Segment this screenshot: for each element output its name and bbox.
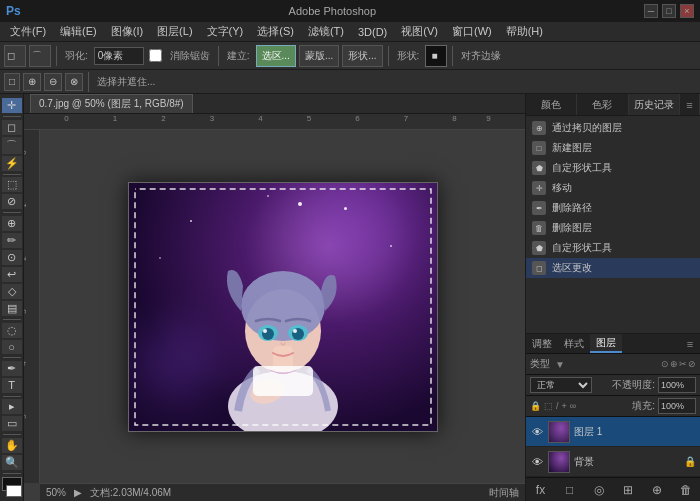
blend-mode-select[interactable]: 正常 溶解 正片叠底 <box>530 377 592 393</box>
tool-lasso-btn[interactable]: ⌒ <box>29 45 51 67</box>
tab-color[interactable]: 颜色 <box>526 94 577 115</box>
layers-lock-fill-row: 🔒 ⬚ / + ∞ 填充: <box>526 396 700 417</box>
tab-history[interactable]: 历史记录 <box>629 94 680 115</box>
menu-help[interactable]: 帮助(H) <box>500 22 549 41</box>
opacity-label: 不透明度: <box>612 378 655 392</box>
layers-blend-row: 类型 ▼ ⊙ ⊕ ✂ ⊘ <box>526 354 700 375</box>
tool-blur[interactable]: ◌ <box>2 323 22 338</box>
menu-select[interactable]: 选择(S) <box>251 22 300 41</box>
intersect-sel-btn[interactable]: ⊗ <box>65 73 83 91</box>
tool-gradient[interactable]: ▤ <box>2 301 22 316</box>
tool-eraser[interactable]: ◇ <box>2 284 22 299</box>
menu-text[interactable]: 文字(Y) <box>201 22 250 41</box>
menu-layer[interactable]: 图层(L) <box>151 22 198 41</box>
close-button[interactable]: × <box>680 4 694 18</box>
layers-tab-style[interactable]: 样式 <box>558 334 590 353</box>
artwork-canvas[interactable] <box>128 182 438 432</box>
build-label: 建立: <box>224 49 253 63</box>
tool-hand[interactable]: ✋ <box>2 438 22 453</box>
tab-swatches[interactable]: 色彩 <box>577 94 628 115</box>
layer-row-1[interactable]: 👁 图层 1 <box>526 417 700 447</box>
layer-thumbnail-1 <box>548 421 570 443</box>
shape-selector[interactable]: ■ <box>425 45 447 67</box>
layer-delete-btn[interactable]: 🗑 <box>677 481 695 499</box>
sub-sel-btn[interactable]: ⊖ <box>44 73 62 91</box>
tool-shape[interactable]: ▭ <box>2 416 22 431</box>
mask-btn[interactable]: 蒙版... <box>299 45 339 67</box>
tool-dodge[interactable]: ○ <box>2 340 22 355</box>
maximize-button[interactable]: □ <box>662 4 676 18</box>
type-label: 类型 <box>530 357 550 371</box>
doc-info: 文档:2.03M/4.06M <box>90 486 171 500</box>
add-sel-btn[interactable]: ⊕ <box>23 73 41 91</box>
layers-tab-layers[interactable]: 图层 <box>590 334 622 353</box>
tool-select-btn[interactable]: ◻ <box>4 45 26 67</box>
panel-options-btn[interactable]: ≡ <box>680 94 700 115</box>
opacity-input[interactable] <box>658 377 696 393</box>
feather-input[interactable] <box>94 47 144 65</box>
history-item[interactable]: ◻ 选区更改 <box>526 258 700 278</box>
layers-options-btn[interactable]: ≡ <box>680 334 700 353</box>
history-item[interactable]: □ 新建图层 <box>526 138 700 158</box>
menu-edit[interactable]: 编辑(E) <box>54 22 103 41</box>
tool-brush[interactable]: ✏ <box>2 233 22 248</box>
antialias-checkbox[interactable] <box>149 49 162 62</box>
select-btn[interactable]: 选区... <box>256 45 296 67</box>
new-sel-btn[interactable]: □ <box>4 73 20 91</box>
menu-window[interactable]: 窗口(W) <box>446 22 498 41</box>
shape-btn[interactable]: 形状... <box>342 45 382 67</box>
history-item[interactable]: ✛ 移动 <box>526 178 700 198</box>
layer-group-btn[interactable]: ⊞ <box>619 481 637 499</box>
tool-history-brush[interactable]: ↩ <box>2 267 22 282</box>
tool-marquee[interactable]: ◻ <box>2 120 22 135</box>
timeline-label: 时间轴 <box>489 486 519 500</box>
tool-text[interactable]: T <box>2 378 22 393</box>
tool-zoom[interactable]: 🔍 <box>2 455 22 470</box>
main-area: ✛ ◻ ⌒ ⚡ ⬚ ⊘ ⊕ ✏ ⊙ ↩ ◇ ▤ ◌ ○ ✒ T ▸ ▭ ✋ 🔍 … <box>0 94 700 501</box>
history-item[interactable]: ⬟ 自定形状工具 <box>526 158 700 178</box>
history-item[interactable]: 🗑 删除图层 <box>526 218 700 238</box>
minimize-button[interactable]: ─ <box>644 4 658 18</box>
layer-visibility-1[interactable]: 👁 <box>530 425 544 439</box>
tool-quick-select[interactable]: ⚡ <box>2 156 22 171</box>
canvas-tab-label[interactable]: 0.7.jpg @ 50% (图层 1, RGB/8#) <box>30 94 193 113</box>
menu-3d[interactable]: 3D(D) <box>352 24 393 40</box>
menu-view[interactable]: 视图(V) <box>395 22 444 41</box>
history-item[interactable]: ⬟ 自定形状工具 <box>526 238 700 258</box>
layer-adj-btn[interactable]: ◎ <box>590 481 608 499</box>
tool-heal[interactable]: ⊕ <box>2 216 22 231</box>
toolbar: ◻ ⌒ 羽化: 消除锯齿 建立: 选区... 蒙版... 形状... 形状: ■… <box>0 42 700 70</box>
menu-image[interactable]: 图像(I) <box>105 22 149 41</box>
tool-crop[interactable]: ⬚ <box>2 177 22 192</box>
fill-input[interactable] <box>658 398 696 414</box>
zoom-display: 50% <box>46 487 66 498</box>
svg-point-3 <box>241 271 325 341</box>
layer-visibility-bg[interactable]: 👁 <box>530 455 544 469</box>
tool-lasso[interactable]: ⌒ <box>2 137 22 154</box>
sep1 <box>56 46 57 66</box>
tool-pen[interactable]: ✒ <box>2 361 22 376</box>
history-icon: ⬟ <box>532 241 546 255</box>
history-item[interactable]: ⊕ 通过拷贝的图层 <box>526 118 700 138</box>
layer-row-bg[interactable]: 👁 背景 🔒 <box>526 447 700 477</box>
sep3 <box>388 46 389 66</box>
layer-new-btn[interactable]: ⊕ <box>648 481 666 499</box>
tool-sep3 <box>3 212 21 213</box>
history-label: 移动 <box>552 181 572 195</box>
tool-path-select[interactable]: ▸ <box>2 399 22 414</box>
layer-fx-btn[interactable]: fx <box>532 481 550 499</box>
layer-mask-btn[interactable]: □ <box>561 481 579 499</box>
canvas-info-bar: 50% ▶ 文档:2.03M/4.06M 时间轴 <box>40 483 525 501</box>
menu-file[interactable]: 文件(F) <box>4 22 52 41</box>
tool-eyedropper[interactable]: ⊘ <box>2 194 22 209</box>
svg-rect-11 <box>253 366 313 396</box>
background-color[interactable] <box>6 485 22 497</box>
tool-move[interactable]: ✛ <box>2 98 22 113</box>
tool-sep7 <box>3 434 21 435</box>
layers-section: 调整 样式 图层 ≡ 类型 ▼ ⊙ ⊕ ✂ ⊘ 正常 <box>526 333 700 501</box>
tool-clone[interactable]: ⊙ <box>2 250 22 265</box>
feather-label: 羽化: <box>62 49 91 63</box>
menu-filter[interactable]: 滤镜(T) <box>302 22 350 41</box>
layers-tab-adjust[interactable]: 调整 <box>526 334 558 353</box>
history-item[interactable]: ✒ 删除路径 <box>526 198 700 218</box>
